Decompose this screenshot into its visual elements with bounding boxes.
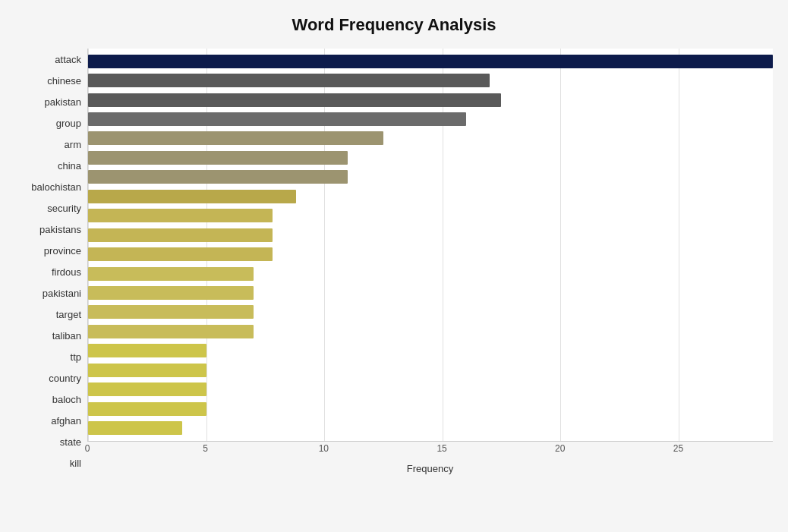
bar-row <box>88 130 773 146</box>
plot-area: 0510152025 Frequency <box>87 49 773 474</box>
bars-container <box>88 49 773 441</box>
bar <box>88 421 182 435</box>
bar <box>88 325 254 338</box>
bar <box>88 228 273 242</box>
y-label: arm <box>65 135 81 153</box>
bar <box>88 131 383 145</box>
bar-row <box>88 342 773 359</box>
bar <box>88 402 206 416</box>
y-label: baloch <box>52 391 81 409</box>
bar-row <box>88 53 773 70</box>
bar-row <box>88 420 773 436</box>
bar-row <box>88 168 773 185</box>
bar-row <box>88 401 773 417</box>
bar-row <box>88 150 773 166</box>
y-label: kill <box>70 455 81 473</box>
y-label: province <box>44 241 81 260</box>
bar-row <box>88 227 773 244</box>
bar <box>88 209 273 222</box>
bar-row <box>88 72 773 89</box>
bar <box>88 247 273 261</box>
y-label: security <box>47 199 81 217</box>
bar <box>88 364 206 377</box>
bar-row <box>88 266 773 282</box>
bar-row <box>88 111 773 127</box>
bar <box>88 267 254 281</box>
x-axis: 0510152025 <box>87 443 773 458</box>
y-label: target <box>56 306 81 324</box>
y-label: attack <box>55 50 81 68</box>
y-label: pakistan <box>45 93 81 111</box>
bar-row <box>88 304 773 320</box>
bar-row <box>88 246 773 263</box>
bar-row <box>88 207 773 224</box>
x-tick: 25 <box>673 443 683 454</box>
chart-title: Word Frequency Analysis <box>15 15 773 35</box>
y-label: chinese <box>47 71 81 90</box>
bar <box>88 93 501 107</box>
y-label: state <box>60 433 81 452</box>
bar <box>88 305 254 319</box>
bar <box>88 190 296 203</box>
x-axis-label: Frequency <box>87 463 773 474</box>
y-label: balochistan <box>31 178 81 196</box>
bar <box>88 286 254 300</box>
bar <box>88 151 348 165</box>
bar <box>88 344 206 357</box>
x-tick: 10 <box>319 443 329 454</box>
y-label: ttp <box>71 348 81 367</box>
chart-area: attackchinesepakistangrouparmchinabaloch… <box>15 49 773 474</box>
y-label: firdous <box>52 263 81 281</box>
bar-row <box>88 381 773 398</box>
y-label: pakistani <box>43 285 81 303</box>
bar-row <box>88 188 773 205</box>
y-label: taliban <box>52 327 81 345</box>
y-label: afghan <box>51 412 81 430</box>
x-tick: 5 <box>203 443 208 454</box>
bar-row <box>88 362 773 379</box>
bar <box>88 74 490 87</box>
y-axis: attackchinesepakistangrouparmchinabaloch… <box>15 49 87 474</box>
bar <box>88 112 466 126</box>
y-label: group <box>56 114 81 132</box>
bar <box>88 170 348 184</box>
chart-container: Word Frequency Analysis attackchinesepak… <box>0 0 788 532</box>
x-tick: 15 <box>437 443 446 454</box>
bar-row <box>88 92 773 109</box>
x-tick: 0 <box>85 443 90 454</box>
grid-and-bars <box>87 49 773 442</box>
bar <box>88 382 206 396</box>
y-label: china <box>58 156 81 175</box>
bar-row <box>88 285 773 301</box>
y-label: pakistans <box>39 220 81 238</box>
bar <box>88 55 773 68</box>
y-label: country <box>49 370 81 388</box>
bar-row <box>88 323 773 340</box>
x-tick: 20 <box>555 443 565 454</box>
